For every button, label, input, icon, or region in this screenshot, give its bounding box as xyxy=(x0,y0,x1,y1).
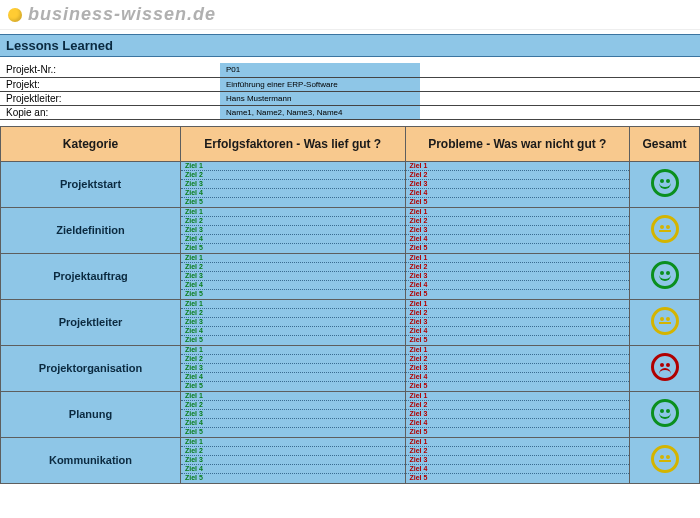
ziel-item: Ziel 4 xyxy=(406,373,630,382)
ziel-item: Ziel 4 xyxy=(406,465,630,474)
ziel-item: Ziel 2 xyxy=(406,309,630,318)
ziel-item: Ziel 5 xyxy=(181,198,405,207)
meta-value: Hans Mustermann xyxy=(220,91,420,105)
smiley-neutral-icon xyxy=(651,445,679,473)
ziel-item: Ziel 1 xyxy=(406,300,630,309)
ziel-item: Ziel 1 xyxy=(406,254,630,263)
probleme-cell: Ziel 1Ziel 2Ziel 3Ziel 4Ziel 5 xyxy=(405,437,630,483)
meta-label: Projektleiter: xyxy=(0,91,220,105)
ziel-list: Ziel 1Ziel 2Ziel 3Ziel 4Ziel 5 xyxy=(406,392,630,437)
erfolg-cell: Ziel 1Ziel 2Ziel 3Ziel 4Ziel 5 xyxy=(181,207,406,253)
ziel-item: Ziel 4 xyxy=(181,465,405,474)
ziel-item: Ziel 5 xyxy=(181,336,405,345)
ziel-item: Ziel 4 xyxy=(181,373,405,382)
smiley-neutral-icon xyxy=(651,307,679,335)
ziel-item: Ziel 4 xyxy=(406,419,630,428)
ziel-item: Ziel 4 xyxy=(181,189,405,198)
gesamt-cell xyxy=(630,207,700,253)
ziel-item: Ziel 4 xyxy=(181,281,405,290)
ziel-item: Ziel 3 xyxy=(181,180,405,189)
ziel-item: Ziel 3 xyxy=(406,364,630,373)
ziel-item: Ziel 3 xyxy=(406,180,630,189)
ziel-item: Ziel 1 xyxy=(406,346,630,355)
ziel-item: Ziel 2 xyxy=(181,171,405,180)
meta-spacer xyxy=(420,105,700,119)
erfolg-cell: Ziel 1Ziel 2Ziel 3Ziel 4Ziel 5 xyxy=(181,391,406,437)
ziel-item: Ziel 4 xyxy=(181,419,405,428)
meta-label: Kopie an: xyxy=(0,105,220,119)
ziel-item: Ziel 2 xyxy=(181,447,405,456)
ziel-list: Ziel 1Ziel 2Ziel 3Ziel 4Ziel 5 xyxy=(181,254,405,299)
ziel-list: Ziel 1Ziel 2Ziel 3Ziel 4Ziel 5 xyxy=(406,438,630,483)
meta-value: Einführung einer ERP-Software xyxy=(220,77,420,91)
smiley-sad-icon xyxy=(651,353,679,381)
ziel-item: Ziel 5 xyxy=(406,382,630,391)
ziel-item: Ziel 2 xyxy=(406,401,630,410)
ziel-item: Ziel 4 xyxy=(406,189,630,198)
meta-label: Projekt-Nr.: xyxy=(0,63,220,77)
meta-spacer xyxy=(420,63,700,77)
ziel-item: Ziel 2 xyxy=(406,217,630,226)
ziel-item: Ziel 1 xyxy=(181,438,405,447)
smiley-neutral-icon xyxy=(651,215,679,243)
ziel-item: Ziel 2 xyxy=(406,355,630,364)
kategorie-cell: Planung xyxy=(1,391,181,437)
meta-spacer xyxy=(420,77,700,91)
ziel-item: Ziel 2 xyxy=(406,447,630,456)
ziel-item: Ziel 2 xyxy=(181,401,405,410)
gesamt-cell xyxy=(630,161,700,207)
ziel-item: Ziel 5 xyxy=(181,474,405,483)
probleme-cell: Ziel 1Ziel 2Ziel 3Ziel 4Ziel 5 xyxy=(405,345,630,391)
kategorie-cell: Projektorganisation xyxy=(1,345,181,391)
brand-header: business-wissen.de xyxy=(0,0,700,30)
ziel-item: Ziel 5 xyxy=(406,428,630,437)
ziel-item: Ziel 3 xyxy=(406,272,630,281)
header-probleme: Probleme - Was war nicht gut ? xyxy=(405,126,630,161)
ziel-item: Ziel 1 xyxy=(181,208,405,217)
ziel-item: Ziel 1 xyxy=(406,392,630,401)
ziel-item: Ziel 4 xyxy=(406,235,630,244)
ziel-item: Ziel 5 xyxy=(406,198,630,207)
ziel-list: Ziel 1Ziel 2Ziel 3Ziel 4Ziel 5 xyxy=(406,162,630,207)
table-row: ProjektauftragZiel 1Ziel 2Ziel 3Ziel 4Zi… xyxy=(1,253,700,299)
ziel-item: Ziel 4 xyxy=(181,327,405,336)
erfolg-cell: Ziel 1Ziel 2Ziel 3Ziel 4Ziel 5 xyxy=(181,253,406,299)
ziel-item: Ziel 1 xyxy=(406,208,630,217)
table-row: KommunikationZiel 1Ziel 2Ziel 3Ziel 4Zie… xyxy=(1,437,700,483)
gesamt-cell xyxy=(630,345,700,391)
ziel-item: Ziel 3 xyxy=(406,456,630,465)
ziel-item: Ziel 4 xyxy=(406,281,630,290)
table-row: ProjektleiterZiel 1Ziel 2Ziel 3Ziel 4Zie… xyxy=(1,299,700,345)
ziel-list: Ziel 1Ziel 2Ziel 3Ziel 4Ziel 5 xyxy=(181,438,405,483)
header-kategorie: Kategorie xyxy=(1,126,181,161)
table-row: PlanungZiel 1Ziel 2Ziel 3Ziel 4Ziel 5Zie… xyxy=(1,391,700,437)
ziel-item: Ziel 1 xyxy=(181,162,405,171)
ziel-item: Ziel 3 xyxy=(181,226,405,235)
ziel-item: Ziel 2 xyxy=(406,171,630,180)
brand-logo-icon xyxy=(8,8,22,22)
ziel-item: Ziel 5 xyxy=(406,474,630,483)
ziel-list: Ziel 1Ziel 2Ziel 3Ziel 4Ziel 5 xyxy=(181,300,405,345)
ziel-item: Ziel 2 xyxy=(181,355,405,364)
ziel-item: Ziel 3 xyxy=(181,318,405,327)
ziel-item: Ziel 5 xyxy=(406,290,630,299)
erfolg-cell: Ziel 1Ziel 2Ziel 3Ziel 4Ziel 5 xyxy=(181,345,406,391)
ziel-list: Ziel 1Ziel 2Ziel 3Ziel 4Ziel 5 xyxy=(406,346,630,391)
table-row: ProjektstartZiel 1Ziel 2Ziel 3Ziel 4Ziel… xyxy=(1,161,700,207)
kategorie-cell: Projektauftrag xyxy=(1,253,181,299)
ziel-item: Ziel 5 xyxy=(181,244,405,253)
ziel-item: Ziel 3 xyxy=(181,364,405,373)
brand-text: business-wissen.de xyxy=(28,4,216,25)
meta-spacer xyxy=(420,91,700,105)
erfolg-cell: Ziel 1Ziel 2Ziel 3Ziel 4Ziel 5 xyxy=(181,299,406,345)
ziel-item: Ziel 4 xyxy=(406,327,630,336)
meta-label: Projekt: xyxy=(0,77,220,91)
ziel-item: Ziel 2 xyxy=(406,263,630,272)
ziel-item: Ziel 3 xyxy=(406,226,630,235)
smiley-happy-icon xyxy=(651,399,679,427)
kategorie-cell: Kommunikation xyxy=(1,437,181,483)
table-row: ZieldefinitionZiel 1Ziel 2Ziel 3Ziel 4Zi… xyxy=(1,207,700,253)
meta-table: Projekt-Nr.:P01Projekt:Einführung einer … xyxy=(0,63,700,120)
ziel-item: Ziel 3 xyxy=(181,410,405,419)
gesamt-cell xyxy=(630,391,700,437)
